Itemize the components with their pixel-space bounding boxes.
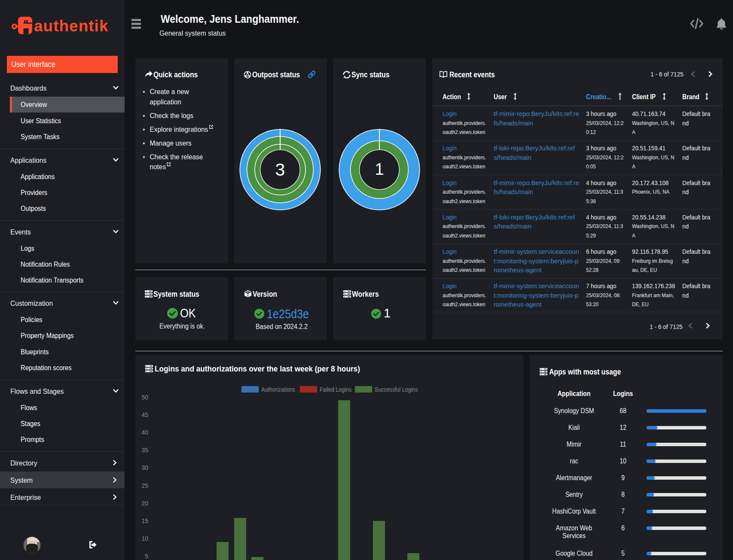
svg-text:authentik: authentik	[34, 17, 108, 35]
svg-text:1: 1	[375, 160, 384, 178]
svg-text:3: 3	[275, 160, 285, 180]
